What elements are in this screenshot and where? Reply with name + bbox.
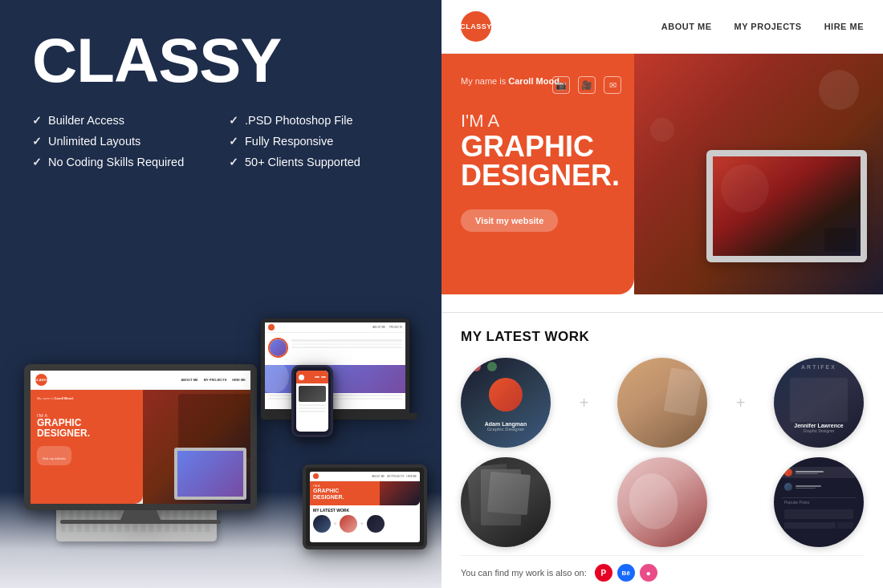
check-icon-1: ✓	[32, 114, 42, 127]
camera-icon: 📷	[552, 76, 570, 94]
feature-item-2: ✓ Unlimited Layouts	[32, 135, 213, 148]
brand-title: CLASSY	[32, 29, 409, 91]
hero-cta-button[interactable]: Visit my website	[461, 209, 558, 232]
preview-nav-links: ABOUT ME MY PROJECTS HIRE ME	[661, 22, 864, 31]
feature-item-1: ✓ Builder Access	[32, 114, 213, 127]
social-icons: P Bē ●	[595, 564, 657, 582]
portfolio-item-2[interactable]	[617, 358, 707, 448]
portfolio-item-6[interactable]: Popular Posts	[774, 457, 864, 547]
preview-navigation: CLASSY ABOUT ME MY PROJECTS HIRE ME	[442, 0, 883, 54]
check-icon-2: ✓	[32, 135, 42, 148]
nav-link-about[interactable]: ABOUT ME	[661, 22, 712, 31]
nav-link-hire[interactable]: HIRE ME	[824, 22, 864, 31]
website-preview-section: CLASSY ABOUT ME MY PROJECTS HIRE ME My n…	[442, 0, 883, 313]
plus-connector-1: +	[572, 394, 596, 412]
hero-icons: 📷 🎥 ✉	[552, 76, 621, 94]
behance-icon[interactable]: Bē	[617, 564, 635, 582]
feature-item-5: ✓ .PSD Photoshop File	[229, 114, 409, 127]
feature-item-3: ✓ No Coding Skills Required	[32, 156, 213, 168]
portfolio-section: MY LATEST WORK Adam Langman Graphic Desi…	[442, 313, 883, 588]
left-panel: CLASSY ✓ Builder Access ✓ .PSD Photoshop…	[0, 0, 442, 588]
portfolio-item-1[interactable]: Adam Langman Graphic Designer	[461, 358, 551, 448]
portfolio-section-title: MY LATEST WORK	[461, 329, 864, 345]
features-list: ✓ Builder Access ✓ .PSD Photoshop File ✓…	[32, 114, 409, 168]
portfolio-row-1: Adam Langman Graphic Designer + +	[461, 358, 864, 448]
hero-big-title: GRAPHICDESIGNER.	[461, 132, 615, 190]
plus-connector-2: +	[729, 394, 753, 412]
hero-image-panel	[634, 54, 883, 294]
portfolio-item-5[interactable]	[617, 457, 707, 547]
portfolio-item-3[interactable]: ARTIFEX Jennifer Lawrence Graphic Design…	[774, 358, 864, 448]
video-icon: 🎥	[578, 76, 596, 94]
portfolio-item-4[interactable]	[461, 457, 551, 547]
nav-link-projects[interactable]: MY PROJECTS	[734, 22, 802, 31]
hero-main-text: I'M A GRAPHICDESIGNER.	[461, 112, 615, 190]
hero-orange-panel: My name is Caroll Mood. 📷 🎥 ✉ I'M A GRAP…	[442, 54, 634, 294]
check-icon-4: ✓	[229, 156, 238, 168]
tablet-mockup: ABOUT ME MY PROJECTS HIRE ME I'M A GRAPH…	[303, 464, 427, 549]
desktop-mockup: CLASSY ABOUT ME MY PROJECTS HIRE ME My n…	[24, 364, 257, 524]
social-text: You can find my work is also on:	[461, 568, 587, 578]
preview-hero: My name is Caroll Mood. 📷 🎥 ✉ I'M A GRAP…	[442, 54, 883, 294]
portfolio-row-2: Popular Posts	[461, 457, 864, 547]
dribbble-icon[interactable]: ●	[640, 564, 657, 582]
hero-prefix: I'M A	[461, 112, 615, 131]
laptop-mockup: ABOUT ME PROJECTS	[261, 318, 417, 420]
phone-mockup	[291, 365, 333, 437]
email-icon: ✉	[604, 76, 621, 94]
pinterest-icon[interactable]: P	[595, 564, 612, 582]
feature-item-6: ✓ Fully Responsive	[229, 135, 409, 148]
right-panel: CLASSY ABOUT ME MY PROJECTS HIRE ME My n…	[442, 0, 883, 588]
feature-item-4: ✓ 50+ Clients Supported	[229, 156, 409, 168]
check-icon-6: ✓	[229, 135, 238, 148]
check-icon-5: ✓	[229, 114, 238, 127]
hero-laptop-visual	[690, 134, 867, 278]
preview-logo: CLASSY	[461, 11, 491, 42]
check-icon-3: ✓	[32, 156, 42, 168]
social-footer: You can find my work is also on: P Bē ●	[461, 555, 864, 582]
